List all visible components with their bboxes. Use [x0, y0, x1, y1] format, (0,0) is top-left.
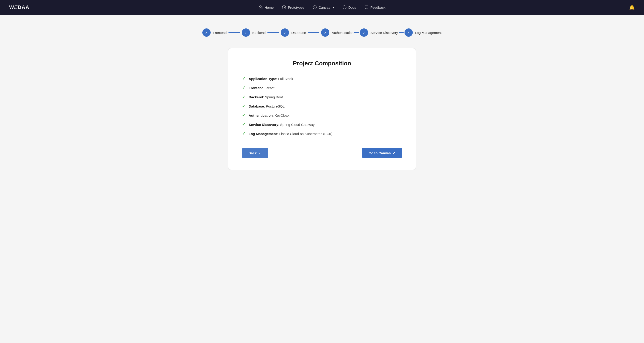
- step-label-log-management: Log Management: [415, 31, 442, 35]
- step-label-authentication: Authentication: [332, 31, 354, 35]
- item-value-0: Full Stack: [278, 77, 293, 81]
- chevron-down-icon: ▾: [332, 6, 334, 9]
- list-item: ✓ Application Type: Full Stack: [242, 76, 402, 81]
- stepper: ✓ Frontend ✓ Backend ✓ Database ✓ Authen…: [171, 29, 473, 37]
- main-content: ✓ Frontend ✓ Backend ✓ Database ✓ Authen…: [162, 15, 482, 179]
- nav-right: 🔔: [629, 5, 635, 10]
- item-value-4: KeyCloak: [274, 114, 289, 117]
- step-frontend: ✓ Frontend: [202, 29, 227, 37]
- composition-list: ✓ Application Type: Full Stack ✓ Fronten…: [242, 76, 402, 136]
- step-connector-4: [354, 32, 359, 33]
- list-item: ✓ Service Discovery: Spring Cloud Gatewa…: [242, 122, 402, 127]
- feedback-icon: [364, 5, 368, 10]
- step-authentication: ✓ Authentication: [321, 29, 354, 37]
- check-icon-0: ✓: [242, 76, 246, 81]
- item-value-1: React: [266, 86, 274, 90]
- docs-icon: [342, 5, 346, 10]
- card-title: Project Composition: [242, 60, 402, 67]
- item-value-6: Elastic Cloud on Kubernetes (ECK): [279, 132, 332, 136]
- step-label-frontend: Frontend: [213, 31, 227, 35]
- step-service-discovery: ✓ Service Discovery: [360, 29, 398, 37]
- prototypes-icon: [282, 5, 286, 10]
- nav-feedback[interactable]: Feedback: [364, 5, 386, 10]
- nav-links: Home Prototypes Canvas ▾ Docs: [258, 5, 386, 10]
- item-key-5: Service Discovery: [249, 123, 278, 127]
- nav-canvas[interactable]: Canvas ▾: [312, 5, 334, 10]
- logo: WEDAA: [9, 4, 29, 10]
- back-button[interactable]: Back ←: [242, 148, 268, 158]
- step-circle-database: ✓: [281, 29, 289, 37]
- back-arrow-icon: ←: [258, 151, 262, 155]
- step-label-database: Database: [291, 31, 306, 35]
- notification-bell-icon[interactable]: 🔔: [629, 5, 635, 10]
- step-circle-service-discovery: ✓: [360, 29, 368, 37]
- step-connector-5: [399, 32, 404, 33]
- home-icon: [258, 5, 263, 10]
- step-circle-frontend: ✓: [202, 29, 210, 37]
- item-key-2: Backend: [249, 95, 263, 99]
- item-key-1: Frontend: [249, 86, 264, 90]
- step-connector-2: [268, 32, 279, 33]
- check-icon-5: ✓: [242, 122, 246, 127]
- project-composition-card: Project Composition ✓ Application Type: …: [228, 48, 416, 170]
- step-connector-3: [308, 32, 319, 33]
- check-icon-4: ✓: [242, 113, 246, 118]
- step-log-management: ✓ Log Management: [404, 29, 442, 37]
- step-label-service-discovery: Service Discovery: [370, 31, 398, 35]
- item-value-3: PostgreSQL: [266, 104, 285, 108]
- nav-docs[interactable]: Docs: [342, 5, 356, 10]
- step-database: ✓ Database: [281, 29, 306, 37]
- nav-home[interactable]: Home: [258, 5, 274, 10]
- step-label-backend: Backend: [252, 31, 266, 35]
- list-item: ✓ Log Management: Elastic Cloud on Kuber…: [242, 131, 402, 136]
- item-key-4: Authentication: [249, 114, 273, 117]
- step-circle-backend: ✓: [242, 29, 250, 37]
- step-circle-log-management: ✓: [404, 29, 413, 37]
- check-icon-3: ✓: [242, 104, 246, 109]
- list-item: ✓ Database: PostgreSQL: [242, 104, 402, 109]
- check-icon-1: ✓: [242, 85, 246, 90]
- check-icon-6: ✓: [242, 131, 246, 136]
- item-value-2: Spring Boot: [265, 95, 283, 99]
- card-actions: Back ← Go to Canvas ↗: [242, 148, 402, 158]
- step-backend: ✓ Backend: [242, 29, 266, 37]
- list-item: ✓ Backend: Spring Boot: [242, 95, 402, 100]
- item-value-5: Spring Cloud Gateway: [280, 123, 315, 127]
- check-icon-2: ✓: [242, 95, 246, 100]
- step-connector-1: [228, 32, 240, 33]
- nav-prototypes[interactable]: Prototypes: [282, 5, 304, 10]
- navbar: WEDAA Home Prototypes Canvas ▾: [0, 0, 644, 15]
- list-item: ✓ Authentication: KeyCloak: [242, 113, 402, 118]
- list-item: ✓ Frontend: React: [242, 85, 402, 90]
- item-key-3: Database: [249, 104, 264, 108]
- canvas-icon: [312, 5, 317, 10]
- external-link-icon: ↗: [392, 151, 396, 155]
- item-key-6: Log Management: [249, 132, 277, 136]
- item-key-0: Application Type: [249, 77, 276, 81]
- go-to-canvas-button[interactable]: Go to Canvas ↗: [362, 148, 402, 158]
- step-circle-authentication: ✓: [321, 29, 329, 37]
